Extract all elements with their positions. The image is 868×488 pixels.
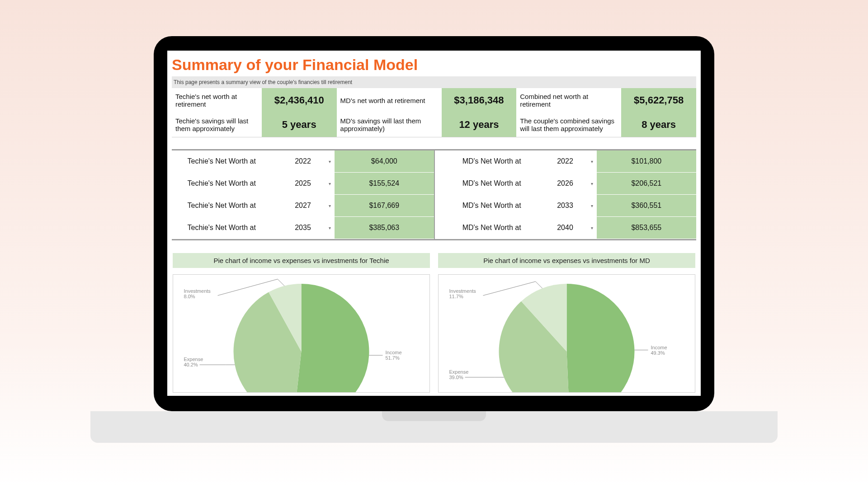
summary-value-combined-networth: $5,622,758 bbox=[621, 88, 696, 113]
nw-left-label: Techie's Net Worth at bbox=[172, 217, 271, 239]
nw-left-amount: $385,063 bbox=[335, 217, 434, 239]
pie-chart-techie-canvas: Income51.7%Expense40.2%Investments8.0% bbox=[173, 274, 430, 393]
nw-left-amount: $167,669 bbox=[335, 195, 434, 217]
table-row: Techie's Net Worth at2025▾$155,524MD's N… bbox=[172, 173, 696, 195]
chevron-down-icon: ▾ bbox=[329, 181, 331, 186]
nw-right-label: MD's Net Worth at bbox=[450, 173, 534, 195]
chevron-down-icon: ▾ bbox=[591, 203, 593, 208]
table-row: Techie's Net Worth at2022▾$64,000MD's Ne… bbox=[172, 150, 696, 173]
page-subtitle: This page presents a summary view of the… bbox=[172, 76, 696, 88]
nw-right-year-dropdown[interactable]: 2026▾ bbox=[533, 173, 596, 195]
summary-label-combined-years: The couple's combined savings will last … bbox=[516, 113, 621, 137]
nw-right-label: MD's Net Worth at bbox=[450, 217, 534, 239]
pie-chart-md-canvas: Income49.3%Expense39.0%Investments11.7% bbox=[438, 274, 695, 393]
chevron-down-icon: ▾ bbox=[591, 225, 593, 230]
spreadsheet: Summary of your Financial Model This pag… bbox=[167, 51, 701, 393]
summary-label-md-years: MD's savings will last them approximatel… bbox=[337, 113, 442, 137]
pie-pct-expense: 39.0% bbox=[449, 375, 463, 380]
nw-right-amount: $853,655 bbox=[597, 217, 696, 239]
nw-left-year-dropdown[interactable]: 2025▾ bbox=[271, 173, 334, 195]
pie-label-income: Income bbox=[651, 345, 667, 350]
summary-value-techie-years: 5 years bbox=[262, 113, 337, 137]
nw-left-label: Techie's Net Worth at bbox=[172, 173, 271, 195]
nw-left-label: Techie's Net Worth at bbox=[172, 195, 271, 217]
summary-value-md-years: 12 years bbox=[442, 113, 517, 137]
summary-label-techie-years: Techie's savings will last them approxim… bbox=[172, 113, 262, 137]
summary-label-techie-networth: Techie's net worth at retirement bbox=[172, 88, 262, 113]
pie-chart-techie: Pie chart of income vs expenses vs inves… bbox=[173, 253, 430, 393]
chevron-down-icon: ▾ bbox=[329, 225, 331, 230]
pie-label-investments: Investments bbox=[184, 288, 211, 294]
nw-left-label: Techie's Net Worth at bbox=[172, 150, 271, 173]
pie-label-expense: Expense bbox=[184, 357, 203, 362]
summary-label-combined-networth: Combined net worth at retirement bbox=[516, 88, 621, 113]
pie-label-expense: Expense bbox=[449, 369, 469, 375]
nw-right-label: MD's Net Worth at bbox=[450, 150, 534, 173]
nw-right-amount: $360,551 bbox=[597, 195, 696, 217]
table-row: Techie's Net Worth at2027▾$167,669MD's N… bbox=[172, 195, 696, 217]
laptop-frame: Summary of your Financial Model This pag… bbox=[154, 36, 714, 411]
nw-right-amount: $206,521 bbox=[597, 173, 696, 195]
pie-pct-investments: 11.7% bbox=[449, 294, 463, 299]
pie-pct-investments: 8.0% bbox=[184, 294, 195, 299]
nw-left-year-dropdown[interactable]: 2035▾ bbox=[271, 217, 334, 239]
nw-left-amount: $155,524 bbox=[335, 173, 434, 195]
nw-left-amount: $64,000 bbox=[335, 150, 434, 173]
nw-right-year-dropdown[interactable]: 2040▾ bbox=[533, 217, 596, 239]
net-worth-table: Techie's Net Worth at2022▾$64,000MD's Ne… bbox=[172, 149, 696, 240]
nw-right-year-dropdown[interactable]: 2022▾ bbox=[533, 150, 596, 173]
nw-right-label: MD's Net Worth at bbox=[450, 195, 534, 217]
pie-chart-md-title: Pie chart of income vs expenses vs inves… bbox=[438, 253, 695, 268]
summary-label-md-networth: MD's net worth at retirement bbox=[337, 88, 442, 113]
summary-value-combined-years: 8 years bbox=[621, 113, 696, 137]
charts-row: Pie chart of income vs expenses vs inves… bbox=[172, 253, 696, 393]
pie-pct-expense: 40.2% bbox=[184, 362, 198, 367]
pie-pct-income: 49.3% bbox=[651, 350, 665, 356]
nw-left-year-dropdown[interactable]: 2022▾ bbox=[271, 150, 334, 173]
pie-pct-income: 51.7% bbox=[386, 355, 400, 361]
summary-value-md-networth: $3,186,348 bbox=[442, 88, 517, 113]
chevron-down-icon: ▾ bbox=[591, 159, 593, 164]
pie-chart-md: Pie chart of income vs expenses vs inves… bbox=[438, 253, 695, 393]
pie-label-investments: Investments bbox=[449, 288, 476, 294]
pie-slice-income bbox=[567, 284, 635, 392]
chevron-down-icon: ▾ bbox=[329, 203, 331, 208]
screen: Summary of your Financial Model This pag… bbox=[167, 51, 701, 396]
page-title: Summary of your Financial Model bbox=[172, 56, 696, 74]
summary-grid: Techie's net worth at retirement $2,436,… bbox=[172, 88, 696, 137]
table-row: Techie's Net Worth at2035▾$385,063MD's N… bbox=[172, 217, 696, 239]
nw-right-year-dropdown[interactable]: 2033▾ bbox=[533, 195, 596, 217]
nw-left-year-dropdown[interactable]: 2027▾ bbox=[271, 195, 334, 217]
laptop-trackpad-notch bbox=[382, 411, 486, 421]
chevron-down-icon: ▾ bbox=[329, 159, 331, 164]
pie-slice-income bbox=[294, 284, 369, 392]
chevron-down-icon: ▾ bbox=[591, 181, 593, 186]
pie-chart-techie-title: Pie chart of income vs expenses vs inves… bbox=[173, 253, 430, 268]
nw-right-amount: $101,800 bbox=[597, 150, 696, 173]
pie-label-income: Income bbox=[386, 350, 402, 355]
summary-value-techie-networth: $2,436,410 bbox=[262, 88, 337, 113]
